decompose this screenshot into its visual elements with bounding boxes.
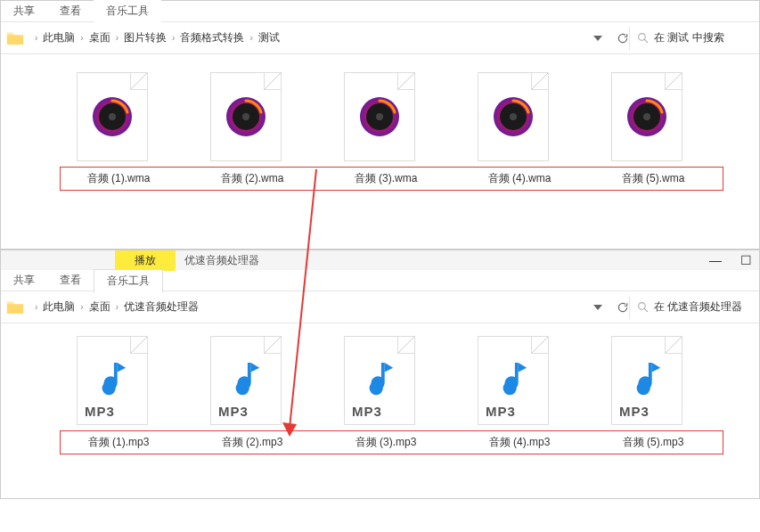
file-label: 音频 (2).wma — [203, 171, 301, 186]
svg-point-13 — [510, 113, 517, 120]
file-item[interactable] — [464, 72, 562, 161]
file-group: 音频 (1).wma 音频 (2).wma 音频 (3).wma 音频 (4).… — [19, 72, 741, 191]
minimize-button[interactable]: — — [709, 254, 722, 266]
wma-file-icon — [210, 72, 282, 161]
tab-music-tools[interactable]: 音乐工具 — [94, 0, 161, 22]
refresh-icon[interactable] — [617, 32, 629, 45]
wma-file-icon — [77, 72, 148, 161]
chevron-right-icon: › — [35, 302, 37, 312]
file-label: 音频 (4).wma — [470, 171, 568, 186]
explorer-window-target: — ☐ 播放 优速音频处理器 共享 查看 音乐工具 › 此电脑 › 桌面 › 优… — [0, 250, 760, 499]
refresh-icon[interactable] — [617, 301, 629, 314]
ribbon-tabs: 共享 查看 音乐工具 — [1, 270, 759, 291]
file-item[interactable] — [63, 72, 161, 161]
mp3-file-icon: MP3 — [77, 336, 148, 425]
svg-point-4 — [109, 113, 116, 120]
maximize-button[interactable]: ☐ — [740, 254, 752, 266]
svg-line-18 — [644, 308, 648, 312]
wma-file-icon — [344, 72, 415, 161]
file-group: MP3 MP3 MP3 MP3 MP3 音频 (1).mp3 音频 (2).mp… — [19, 336, 741, 454]
mp3-file-icon: MP3 — [611, 336, 682, 425]
tab-share[interactable]: 共享 — [1, 269, 47, 291]
folder-icon — [6, 30, 24, 45]
breadcrumb-item[interactable]: 测试 — [258, 30, 280, 45]
mp3-badge: MP3 — [352, 404, 382, 419]
file-item[interactable]: MP3 — [598, 336, 696, 425]
mp3-badge: MP3 — [85, 404, 115, 419]
tab-music-tools[interactable]: 音乐工具 — [94, 269, 163, 292]
wma-file-icon — [611, 72, 682, 161]
window-controls: — ☐ — [709, 254, 752, 266]
dropdown-history-icon[interactable] — [592, 301, 604, 314]
dropdown-history-icon[interactable] — [592, 32, 604, 45]
file-item[interactable]: MP3 — [331, 336, 429, 425]
breadcrumb-item[interactable]: 优速音频处理器 — [124, 299, 199, 315]
folder-icon — [6, 299, 24, 315]
tab-view[interactable]: 查看 — [47, 269, 94, 291]
mp3-file-icon: MP3 — [210, 336, 282, 425]
breadcrumb-item[interactable]: 此电脑 — [43, 299, 75, 315]
search-input[interactable]: 在 测试 中搜索 — [629, 27, 754, 50]
chevron-right-icon: › — [80, 33, 83, 43]
file-label: 音频 (5).mp3 — [604, 435, 702, 450]
chevron-right-icon: › — [116, 302, 118, 312]
window-title: 优速音频处理器 — [176, 250, 268, 271]
nav-buttons — [592, 32, 629, 45]
svg-point-0 — [639, 34, 646, 41]
svg-point-16 — [643, 113, 650, 120]
file-label: 音频 (3).wma — [337, 171, 435, 186]
search-input[interactable]: 在 优速音频处理器 — [629, 296, 754, 319]
chevron-right-icon: › — [116, 33, 118, 43]
svg-point-17 — [639, 303, 646, 310]
file-label: 音频 (1).wma — [69, 171, 168, 186]
breadcrumb-item[interactable]: 此电脑 — [43, 30, 75, 45]
svg-line-1 — [644, 39, 648, 43]
breadcrumb[interactable]: › 此电脑 › 桌面 › 优速音频处理器 — [29, 299, 586, 315]
selection-highlight: 音频 (1).mp3 音频 (2).mp3 音频 (3).mp3 音频 (4).… — [60, 430, 723, 454]
nav-buttons — [592, 301, 629, 314]
breadcrumb-item[interactable]: 桌面 — [89, 30, 110, 45]
svg-point-23 — [637, 381, 650, 395]
file-pane[interactable]: MP3 MP3 MP3 MP3 MP3 音频 (1).mp3 音频 (2).mp… — [1, 323, 759, 472]
file-item[interactable]: MP3 — [63, 336, 161, 425]
mp3-badge: MP3 — [486, 404, 516, 419]
search-icon — [637, 301, 649, 313]
svg-point-10 — [376, 113, 383, 120]
file-item[interactable] — [331, 72, 429, 161]
file-label: 音频 (4).mp3 — [470, 435, 568, 450]
file-label: 音频 (1).mp3 — [69, 435, 168, 450]
file-item[interactable]: MP3 — [464, 336, 562, 425]
mp3-badge: MP3 — [619, 404, 650, 419]
file-label: 音频 (5).wma — [604, 171, 702, 186]
chevron-right-icon: › — [80, 302, 83, 312]
chevron-right-icon: › — [35, 33, 37, 43]
tab-view[interactable]: 查看 — [47, 0, 94, 22]
wma-file-icon — [478, 72, 549, 161]
address-bar: › 此电脑 › 桌面 › 图片转换 › 音频格式转换 › 测试 在 测试 中搜索 — [1, 22, 759, 54]
mp3-file-icon: MP3 — [478, 336, 549, 425]
svg-point-20 — [236, 381, 249, 395]
svg-point-22 — [503, 381, 517, 395]
search-icon — [637, 32, 649, 44]
file-label: 音频 (3).mp3 — [337, 435, 435, 450]
breadcrumb-item[interactable]: 桌面 — [89, 299, 110, 315]
mp3-file-icon: MP3 — [344, 336, 415, 425]
breadcrumb-item[interactable]: 音频格式转换 — [180, 30, 244, 45]
tab-share[interactable]: 共享 — [1, 0, 47, 22]
svg-point-19 — [102, 381, 116, 395]
breadcrumb-item[interactable]: 图片转换 — [124, 30, 167, 45]
file-item[interactable] — [598, 72, 696, 161]
chevron-right-icon: › — [172, 33, 175, 43]
file-item[interactable]: MP3 — [197, 336, 295, 425]
ribbon-tabs: 共享 查看 音乐工具 — [1, 1, 759, 22]
breadcrumb[interactable]: › 此电脑 › 桌面 › 图片转换 › 音频格式转换 › 测试 — [29, 30, 586, 45]
file-label: 音频 (2).mp3 — [203, 435, 301, 450]
search-placeholder: 在 优速音频处理器 — [654, 299, 742, 315]
selection-highlight: 音频 (1).wma 音频 (2).wma 音频 (3).wma 音频 (4).… — [60, 167, 723, 191]
explorer-window-source: 共享 查看 音乐工具 › 此电脑 › 桌面 › 图片转换 › 音频格式转换 › … — [0, 0, 760, 250]
file-item[interactable] — [197, 72, 295, 161]
address-bar: › 此电脑 › 桌面 › 优速音频处理器 在 优速音频处理器 — [1, 291, 759, 323]
svg-point-21 — [370, 381, 383, 395]
file-pane[interactable]: 音频 (1).wma 音频 (2).wma 音频 (3).wma 音频 (4).… — [1, 54, 759, 209]
mp3-badge: MP3 — [218, 404, 249, 419]
